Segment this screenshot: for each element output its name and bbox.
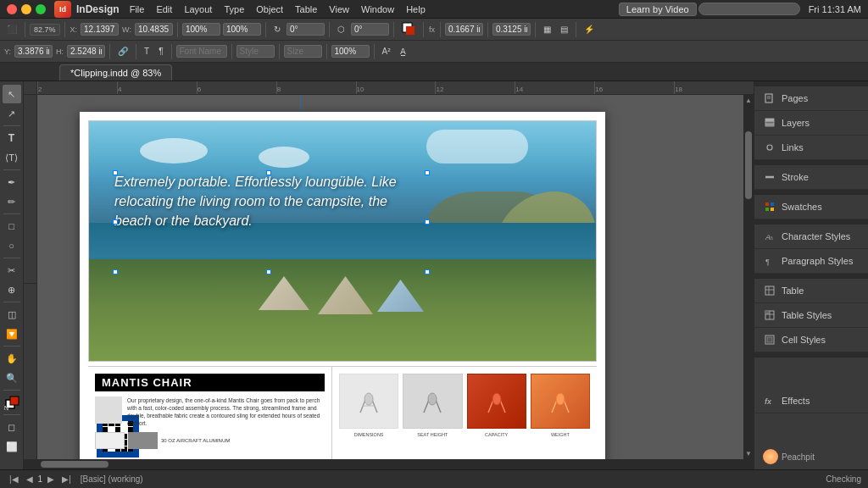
spec-packweight: WEIGHT xyxy=(531,432,590,437)
distribute-btn[interactable]: ▤ xyxy=(557,23,571,36)
w-field[interactable] xyxy=(135,23,173,36)
eyedropper-tool[interactable]: 🔽 xyxy=(3,324,21,343)
panel-character-styles[interactable]: Aa Character Styles xyxy=(754,225,868,249)
offset-field[interactable] xyxy=(492,23,531,36)
hscroll-thumb[interactable] xyxy=(41,461,108,468)
y-field[interactable] xyxy=(14,45,53,58)
hero-overlay-text[interactable]: Extremely portable. Effortlessly loungüb… xyxy=(114,172,426,231)
menu-view[interactable]: View xyxy=(324,3,354,16)
select-tool[interactable]: ↖ xyxy=(3,85,21,103)
ruler-mark: 14 xyxy=(515,81,594,94)
direct-select-tool[interactable]: ↗ xyxy=(3,104,21,123)
ellipse-tool[interactable]: ○ xyxy=(3,236,21,255)
font-name-field[interactable] xyxy=(176,45,227,58)
constrain-btn[interactable]: 🔗 xyxy=(114,45,131,58)
type-tool[interactable]: T xyxy=(3,129,21,147)
kerning-field[interactable] xyxy=(331,45,370,58)
scroll-down-btn[interactable]: ▼ xyxy=(743,448,754,459)
panel-paragraph-styles[interactable]: ¶ Paragraph Styles xyxy=(754,249,868,274)
app-icon: Id xyxy=(54,1,71,18)
zoom-tool[interactable]: 🔍 xyxy=(3,369,21,387)
hand-tool[interactable]: ✋ xyxy=(3,349,21,368)
panel-stroke[interactable]: Stroke xyxy=(754,165,868,190)
vertical-ruler: 2 4 6 8 xyxy=(24,95,37,459)
panel-table-styles[interactable]: Table Styles xyxy=(754,303,868,328)
para-btn[interactable]: ¶ xyxy=(155,45,166,58)
first-page-btn[interactable]: |◀ xyxy=(7,474,21,485)
panel-table[interactable]: Table xyxy=(754,279,868,303)
svg-point-5 xyxy=(364,393,373,405)
app-name: InDesign xyxy=(76,3,120,15)
menu-object[interactable]: Object xyxy=(251,3,288,16)
h-field[interactable] xyxy=(67,45,105,58)
learn-by-video-button[interactable]: Learn by Video xyxy=(619,3,697,16)
stroke-w-field[interactable] xyxy=(445,23,483,36)
pages-icon xyxy=(763,92,776,105)
canvas-area[interactable]: 2 4 6 8 10 12 14 16 18 xyxy=(24,81,754,459)
pencil-tool[interactable]: ✏ xyxy=(3,192,21,211)
superscript-btn[interactable]: A² xyxy=(379,45,394,58)
document-tab[interactable]: *Clipping.indd @ 83% xyxy=(59,64,172,80)
next-page-btn[interactable]: ▶ xyxy=(45,474,57,485)
maximize-button[interactable] xyxy=(36,4,46,14)
tab-bar: *Clipping.indd @ 83% xyxy=(0,63,868,81)
ruler-mark: 8 xyxy=(276,81,356,94)
rectangle-tool[interactable]: □ xyxy=(3,217,21,236)
menu-layout[interactable]: Layout xyxy=(179,3,217,16)
view-mode-btn[interactable]: ◻ xyxy=(3,418,21,436)
scale-y-field[interactable] xyxy=(223,23,261,36)
transform-tool[interactable]: ⊕ xyxy=(3,280,21,299)
rotate-field[interactable] xyxy=(287,23,325,36)
horizontal-scrollbar[interactable] xyxy=(24,459,754,469)
fill-btn[interactable] xyxy=(398,20,419,39)
canvas-inner[interactable]: Extremely portable. Effortlessly loungüb… xyxy=(37,95,754,459)
panel-links[interactable]: Links xyxy=(754,136,868,160)
canvas-scroll-area: 2 4 6 8 10 12 14 16 18 xyxy=(24,81,754,469)
search-input[interactable] xyxy=(698,3,800,15)
scroll-up-btn[interactable]: ▲ xyxy=(743,95,754,106)
scroll-thumb[interactable] xyxy=(745,131,752,199)
font-size-field[interactable] xyxy=(284,45,322,58)
menu-table[interactable]: Table xyxy=(290,3,322,16)
gradient-tool[interactable]: ◫ xyxy=(3,305,21,324)
panel-layers[interactable]: Layers xyxy=(754,111,868,136)
hero-image-frame[interactable]: Extremely portable. Effortlessly loungüb… xyxy=(88,120,597,362)
pen-tool[interactable]: ✒ xyxy=(3,173,21,191)
align-btn[interactable]: ▦ xyxy=(540,23,554,36)
menu-help[interactable]: Help xyxy=(401,3,431,16)
sel-handle-br xyxy=(425,269,430,274)
minimize-button[interactable] xyxy=(21,4,31,14)
panel-pages[interactable]: Pages xyxy=(754,86,868,111)
shear-btn[interactable]: ⬡ xyxy=(334,23,348,36)
svg-rect-31 xyxy=(767,337,772,342)
scissors-tool[interactable]: ✂ xyxy=(3,261,21,280)
peachpit-logo-area: Peachpit xyxy=(754,444,868,469)
x-label: X: xyxy=(70,25,78,34)
close-button[interactable] xyxy=(7,4,17,14)
screen-mode-btn[interactable]: ⬜ xyxy=(3,437,21,456)
svg-rect-12 xyxy=(765,124,774,126)
underline-btn[interactable]: A̲ xyxy=(397,45,409,58)
swatch-1 xyxy=(95,432,125,449)
prev-page-btn[interactable]: ◀ xyxy=(24,474,36,485)
spec-dimensions: DIMENSIONS xyxy=(339,432,398,437)
panel-cell-styles[interactable]: Cell Styles xyxy=(754,328,868,352)
panel-effects[interactable]: fx Effects xyxy=(754,389,868,413)
menu-window[interactable]: Window xyxy=(356,3,399,16)
tools-btn[interactable]: ⬛ xyxy=(3,23,20,36)
last-page-btn[interactable]: ▶| xyxy=(59,474,74,485)
scale-x-field[interactable] xyxy=(182,23,220,36)
vertical-scrollbar[interactable]: ▲ ▼ xyxy=(743,95,754,459)
fill-swatch[interactable]: N xyxy=(3,393,21,412)
x-field[interactable] xyxy=(81,23,119,36)
font-style-field[interactable] xyxy=(236,45,275,58)
shear-field[interactable] xyxy=(351,23,389,36)
panel-swatches[interactable]: Swatches xyxy=(754,195,868,219)
menu-edit[interactable]: Edit xyxy=(151,3,177,16)
rotate-btn[interactable]: ↻ xyxy=(270,23,284,36)
type-tool-btn[interactable]: T xyxy=(141,45,153,58)
type-path-tool[interactable]: ⟨T⟩ xyxy=(3,148,21,167)
menu-file[interactable]: File xyxy=(125,3,150,16)
extra-btn[interactable]: ⚡ xyxy=(581,23,598,36)
menu-type[interactable]: Type xyxy=(219,3,249,16)
